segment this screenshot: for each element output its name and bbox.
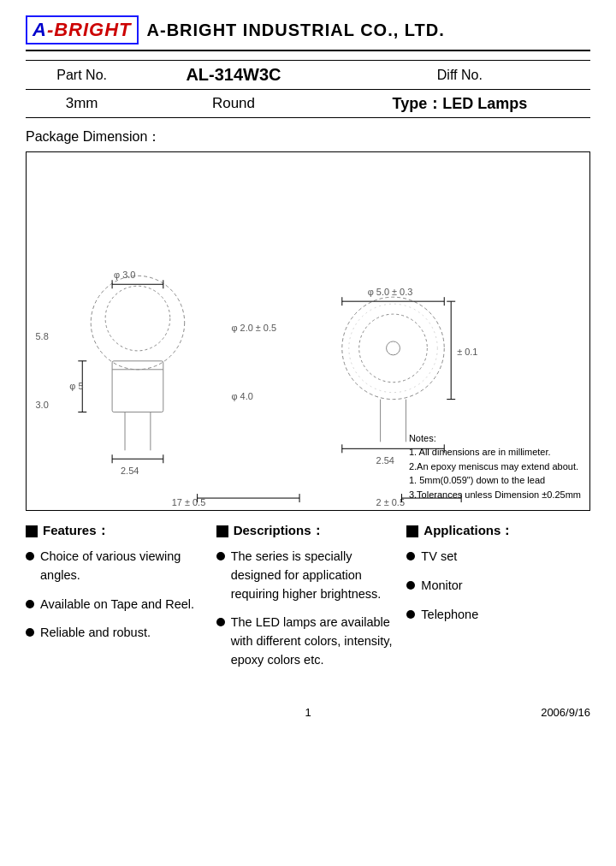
circle-bullet-icon — [216, 552, 225, 561]
logo-bright: -BRIGHT — [47, 19, 132, 40]
svg-point-23 — [349, 304, 438, 393]
type-label: Type：LED Lamps — [329, 90, 590, 118]
svg-point-20 — [342, 297, 444, 399]
circle-bullet-icon — [26, 628, 34, 637]
features-item-2-text: Available on Tape and Reel. — [40, 596, 194, 614]
svg-text:3.0: 3.0 — [36, 400, 49, 410]
svg-text:φ 3.0: φ 3.0 — [114, 270, 135, 280]
svg-text:2 ± 0.5: 2 ± 0.5 — [376, 497, 405, 507]
shape-label: Round — [138, 90, 329, 118]
svg-text:φ 5: φ 5 — [69, 381, 83, 391]
features-item-2: Available on Tape and Reel. — [26, 596, 210, 614]
features-header-label: Features： — [43, 523, 110, 539]
svg-point-22 — [387, 341, 400, 355]
features-item-3: Reliable and robust. — [26, 624, 210, 643]
page-number: 1 — [94, 706, 522, 719]
descriptions-header: Descriptions： — [216, 523, 400, 539]
svg-text:± 0.1: ± 0.1 — [457, 347, 477, 357]
size-label: 3mm — [26, 90, 138, 118]
circle-bullet-icon — [216, 618, 225, 626]
features-column: Features： Choice of various viewing angl… — [26, 523, 210, 680]
package-dimension-title: Package Dimension： — [26, 128, 590, 146]
circle-bullet-icon — [406, 552, 415, 561]
applications-header: Applications： — [406, 523, 590, 539]
applications-header-label: Applications： — [424, 523, 513, 539]
applications-item-1: TV set — [406, 548, 590, 566]
descriptions-item-2: The LED lamps are available with differe… — [216, 614, 400, 669]
circle-bullet-icon — [26, 600, 34, 608]
part-no-label: Part No. — [26, 61, 138, 90]
svg-text:17 ± 0.5: 17 ± 0.5 — [172, 497, 205, 507]
descriptions-item-1-text: The series is specially designed for app… — [231, 548, 400, 603]
notes-box: Notes: 1. All dimensions are in millimet… — [409, 431, 581, 502]
svg-point-0 — [91, 276, 184, 369]
package-dimension-box: φ 5 φ 3.0 2.54 5.8 3.0 φ 5.0 ± 0.3 2.54 — [26, 151, 590, 511]
notes-line3: 1. 5mm(0.059") down to the lead — [409, 473, 581, 488]
company-name: A-BRIGHT INDUSTRIAL CO., LTD. — [147, 21, 445, 40]
notes-line1: 1. All dimensions are in millimeter. — [409, 445, 581, 460]
svg-point-2 — [105, 286, 170, 351]
applications-item-2-text: Monitor — [421, 577, 462, 596]
descriptions-bullet-icon — [216, 525, 228, 537]
header-divider — [26, 50, 590, 51]
features-item-3-text: Reliable and robust. — [40, 624, 151, 643]
part-no-value: AL-314W3C — [138, 61, 329, 90]
applications-bullet-icon — [406, 525, 418, 537]
applications-item-2: Monitor — [406, 577, 590, 596]
svg-point-21 — [359, 314, 428, 383]
features-item-1: Choice of various viewing angles. — [26, 548, 210, 585]
features-item-1-text: Choice of various viewing angles. — [40, 548, 210, 585]
applications-item-3-text: Telephone — [421, 606, 478, 625]
notes-line4: 3.Tolerances unless Dimension ±0.25mm — [409, 488, 581, 502]
descriptions-item-1: The series is specially designed for app… — [216, 548, 400, 603]
header: A-BRIGHT A-BRIGHT INDUSTRIAL CO., LTD. — [26, 15, 590, 44]
applications-column: Applications： TV set Monitor Telephone — [406, 523, 590, 680]
logo-a: A — [33, 19, 47, 40]
diff-no-label: Diff No. — [329, 61, 590, 90]
features-header: Features： — [26, 523, 210, 539]
features-bullet-icon — [26, 525, 38, 537]
notes-heading: Notes: — [409, 431, 581, 446]
circle-bullet-icon — [406, 581, 415, 590]
applications-item-1-text: TV set — [421, 548, 457, 566]
circle-bullet-icon — [406, 610, 415, 619]
footer: 1 2006/9/16 — [26, 706, 590, 719]
descriptions-column: Descriptions： The series is specially de… — [216, 523, 400, 680]
applications-item-3: Telephone — [406, 606, 590, 625]
circle-bullet-icon — [26, 552, 34, 561]
svg-text:φ 2.0 ± 0.5: φ 2.0 ± 0.5 — [231, 323, 276, 333]
svg-text:φ 5.0 ± 0.3: φ 5.0 ± 0.3 — [368, 287, 413, 297]
svg-text:5.8: 5.8 — [36, 331, 49, 341]
logo-box: A-BRIGHT — [26, 15, 139, 44]
descriptions-item-2-text: The LED lamps are available with differe… — [231, 614, 400, 669]
info-columns: Features： Choice of various viewing angl… — [26, 523, 590, 680]
svg-text:2.54: 2.54 — [376, 455, 394, 466]
svg-text:2.54: 2.54 — [121, 466, 139, 476]
part-info-table: Part No. AL-314W3C Diff No. 3mm Round Ty… — [26, 60, 590, 118]
footer-date: 2006/9/16 — [522, 706, 590, 719]
svg-rect-3 — [112, 361, 163, 412]
logo-text: A-BRIGHT — [33, 19, 132, 41]
descriptions-header-label: Descriptions： — [234, 523, 324, 539]
svg-text:φ 4.0: φ 4.0 — [231, 391, 252, 401]
notes-line2: 2.An epoxy meniscus may extend about. — [409, 460, 581, 474]
